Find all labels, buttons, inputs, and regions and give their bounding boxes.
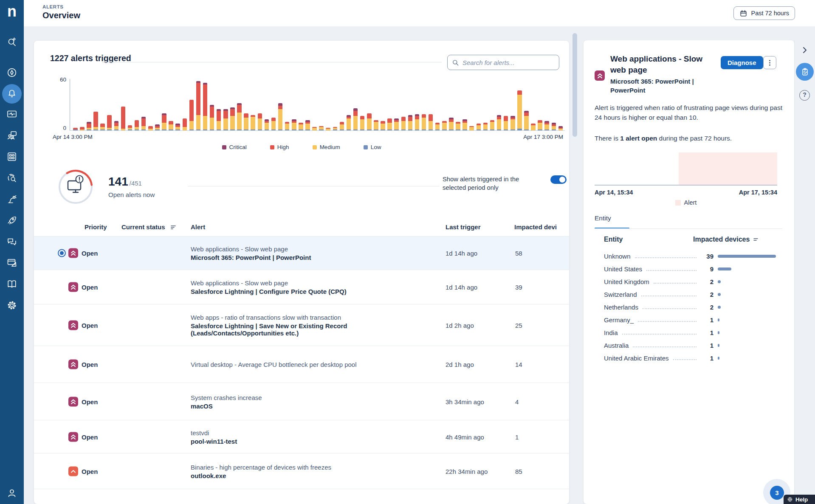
entity-row[interactable]: Switzerland2 <box>604 288 777 301</box>
histogram-bar[interactable] <box>305 120 310 130</box>
histogram-bar[interactable] <box>497 115 502 130</box>
histogram-bar[interactable] <box>162 113 166 130</box>
histogram-bar[interactable] <box>333 127 338 130</box>
histogram-bar[interactable] <box>449 118 454 130</box>
histogram-bar[interactable] <box>422 114 426 130</box>
collapse-panel-chevron[interactable] <box>801 47 808 53</box>
histogram-bar[interactable] <box>429 114 433 130</box>
entity-row[interactable]: Unknown39 <box>604 250 777 262</box>
diagnose-button[interactable]: Diagnose <box>721 56 763 69</box>
histogram-bar[interactable] <box>271 118 276 130</box>
histogram-bar[interactable] <box>203 83 208 130</box>
histogram-bar[interactable] <box>394 118 399 130</box>
histogram-bar[interactable] <box>100 124 105 130</box>
histogram-bar[interactable] <box>524 111 529 130</box>
histogram-bar[interactable] <box>299 123 303 130</box>
more-options-button[interactable]: ⋮ <box>763 56 776 69</box>
vertical-scrollbar[interactable] <box>572 33 577 137</box>
histogram-bar[interactable] <box>558 126 563 130</box>
histogram-bar[interactable] <box>217 109 221 130</box>
people-screen-icon[interactable] <box>6 130 17 141</box>
histogram-bar[interactable] <box>196 81 201 130</box>
search-input[interactable] <box>462 59 555 66</box>
entity-row[interactable]: United Arabic Emirates1 <box>604 352 777 364</box>
entity-row[interactable]: Germany_1 <box>604 313 777 326</box>
histogram-bar[interactable] <box>183 118 187 130</box>
histogram-bar[interactable] <box>292 119 296 130</box>
histogram-bar[interactable] <box>141 117 146 130</box>
table-row[interactable]: OpenWeb apps - ratio of transactions slo… <box>34 304 569 346</box>
table-row[interactable]: OpenVirtual desktop - Average CPU bottle… <box>34 346 569 383</box>
histogram-bar[interactable] <box>251 115 255 130</box>
table-row[interactable]: Opentestvdipool-win11-test4h 49min ago1 <box>34 420 569 453</box>
histogram-bar[interactable] <box>408 115 413 130</box>
histogram-bar[interactable] <box>477 124 481 130</box>
histogram-bar[interactable] <box>469 126 474 130</box>
histogram-bar[interactable] <box>278 103 283 130</box>
col-impacted[interactable]: Impacted devices <box>514 223 557 231</box>
histogram-bar[interactable] <box>169 121 173 130</box>
investigate-fingerprint-icon[interactable] <box>6 172 17 183</box>
histogram-bar[interactable] <box>223 109 228 130</box>
histogram-bar[interactable] <box>258 113 262 130</box>
histogram-bar[interactable] <box>135 120 139 130</box>
histogram-bar[interactable] <box>312 127 317 130</box>
histogram-bar[interactable] <box>360 116 365 130</box>
compass-icon[interactable] <box>6 67 17 78</box>
histogram-bar[interactable] <box>319 126 324 130</box>
histogram-bar[interactable] <box>148 126 153 130</box>
histogram-bar[interactable] <box>237 103 242 130</box>
histogram-bar[interactable] <box>340 122 344 130</box>
app-grid-icon[interactable] <box>6 151 17 162</box>
histogram-bar[interactable] <box>87 122 91 130</box>
tab-entity[interactable]: Entity <box>595 214 611 222</box>
histogram-bar[interactable] <box>114 121 119 130</box>
histogram-bar[interactable] <box>155 124 160 130</box>
histogram-bar[interactable] <box>353 108 358 130</box>
histogram-bar[interactable] <box>415 114 420 130</box>
entity-row[interactable]: Netherlands2 <box>604 301 777 313</box>
histogram-bar[interactable] <box>189 100 194 130</box>
period-toggle[interactable] <box>550 175 567 184</box>
help-circle-icon[interactable]: ? <box>799 90 810 101</box>
histogram-bar[interactable] <box>367 113 372 130</box>
histogram-bar[interactable] <box>210 105 214 130</box>
table-row[interactable]: OpenWeb applications - Slow web pageMicr… <box>34 237 569 270</box>
histogram-bar[interactable] <box>483 123 488 130</box>
histogram-bar[interactable] <box>544 121 549 130</box>
table-row[interactable]: OpenWeb applications - Slow web pageSale… <box>34 270 569 304</box>
histogram-bar[interactable] <box>285 122 290 130</box>
library-book-icon[interactable] <box>6 279 17 290</box>
histogram-bar[interactable] <box>456 122 460 130</box>
sidebar-item-alerts[interactable] <box>2 84 22 104</box>
time-range-button[interactable]: Past 72 hours <box>733 6 795 20</box>
histogram-bar[interactable] <box>128 125 133 130</box>
help-button[interactable]: Help <box>784 495 815 504</box>
table-row[interactable]: OpenSystem crashes increasemacOS3h 34min… <box>34 383 569 420</box>
table-row[interactable]: OpenBinaries - high percentage of device… <box>34 453 569 489</box>
entity-row[interactable]: United States9 <box>604 262 777 275</box>
histogram-bar[interactable] <box>230 107 235 130</box>
engage-chat-icon[interactable] <box>6 236 17 247</box>
entity-row[interactable]: India1 <box>604 326 777 339</box>
entity-row[interactable]: United Kingdom2 <box>604 275 777 288</box>
histogram-bar[interactable] <box>517 90 522 130</box>
histogram-bar[interactable] <box>510 116 515 130</box>
rocket-icon[interactable] <box>6 215 17 226</box>
histogram-bar[interactable] <box>531 124 536 130</box>
monitor-pulse-icon[interactable] <box>6 109 17 120</box>
entity-row[interactable]: Australia1 <box>604 339 777 352</box>
impacted-col-header[interactable]: Impacted devices <box>693 236 758 243</box>
histogram-bar[interactable] <box>490 120 495 130</box>
user-profile-icon[interactable] <box>6 487 17 498</box>
sort-icon[interactable] <box>171 225 176 230</box>
design-window-icon[interactable] <box>6 257 17 268</box>
histogram-bar[interactable] <box>462 119 467 130</box>
histogram-bar[interactable] <box>442 121 447 130</box>
histogram-bar[interactable] <box>107 115 112 130</box>
histogram-bar[interactable] <box>175 124 180 130</box>
histogram-bar[interactable] <box>401 117 406 130</box>
row-radio[interactable] <box>58 249 66 257</box>
histogram-bar[interactable] <box>121 107 126 130</box>
histogram-bar[interactable] <box>387 118 392 130</box>
